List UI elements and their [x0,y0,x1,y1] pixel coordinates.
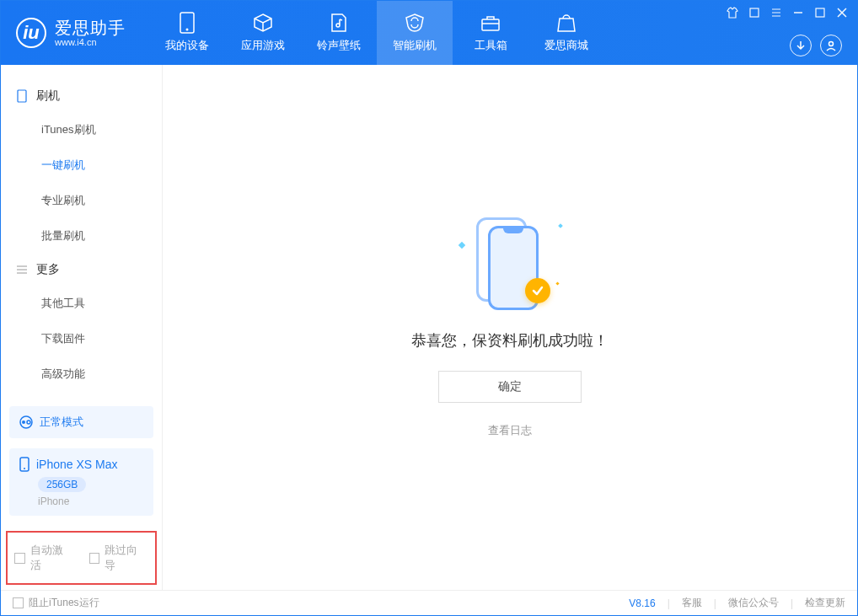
checkbox-icon [14,553,25,564]
music-file-icon [329,13,349,33]
tab-toolbox[interactable]: 工具箱 [453,1,528,65]
cube-icon [253,13,273,33]
svg-point-9 [27,420,30,424]
app-subtitle: www.i4.cn [55,37,126,47]
view-log-link[interactable]: 查看日志 [488,423,532,438]
device-icon [177,13,197,33]
success-illustration [476,217,544,310]
footer: 阻止iTunes运行 V8.16 | 客服 | 微信公众号 | 检查更新 [1,590,857,615]
tab-my-device[interactable]: 我的设备 [149,1,225,65]
ok-button[interactable]: 确定 [438,371,582,403]
checkbox-icon [13,597,24,608]
phone-icon [16,90,28,102]
logo-text: 爱思助手 www.i4.cn [55,19,126,47]
shirt-icon[interactable] [726,6,739,19]
header: iu 爱思助手 www.i4.cn 我的设备 应用游戏 [1,1,857,65]
footer-link-wechat[interactable]: 微信公众号 [728,596,779,610]
device-name: iPhone XS Max [36,458,118,471]
app-window: iu 爱思助手 www.i4.cn 我的设备 应用游戏 [0,0,858,616]
refresh-shield-icon [405,13,425,33]
svg-rect-6 [18,90,26,102]
sidebar: 刷机 iTunes刷机 一键刷机 专业刷机 批量刷机 更多 其他工具 下载固件 … [1,65,163,590]
sidebar-item-oneclick-flash[interactable]: 一键刷机 [1,147,162,183]
tab-smart-flash[interactable]: 智能刷机 [377,1,453,65]
sidebar-item-other-tools[interactable]: 其他工具 [1,286,162,321]
mode-card[interactable]: 正常模式 [9,406,153,438]
device-icon [19,457,29,472]
minimize-icon[interactable] [791,6,805,19]
checkbox-auto-activate[interactable]: 自动激活 [14,543,74,573]
download-button[interactable] [790,35,812,56]
body: 刷机 iTunes刷机 一键刷机 专业刷机 批量刷机 更多 其他工具 下载固件 … [1,65,857,590]
menu-icon[interactable] [770,6,783,19]
main-tabs: 我的设备 应用游戏 铃声壁纸 智能刷机 [149,1,604,65]
sidebar-item-advanced[interactable]: 高级功能 [1,356,162,392]
toolbox-icon [480,13,501,33]
svg-point-5 [829,42,834,46]
section-flash: 刷机 [1,80,162,112]
window-controls [726,6,849,19]
main-panel: 恭喜您，保资料刷机成功啦！ 确定 查看日志 [163,65,857,590]
header-actions [790,35,842,56]
success-message: 恭喜您，保资料刷机成功啦！ [411,330,609,351]
footer-link-update[interactable]: 检查更新 [805,596,845,610]
svg-rect-4 [816,8,824,17]
svg-point-8 [22,420,25,424]
footer-link-support[interactable]: 客服 [682,596,702,610]
device-capacity: 256GB [38,477,86,492]
checkbox-icon [89,553,100,564]
logo-icon: iu [16,18,46,48]
svg-point-1 [186,29,189,31]
pin-icon[interactable] [748,6,761,19]
list-icon [16,264,28,276]
device-card[interactable]: iPhone XS Max 256GB iPhone [9,448,153,516]
section-more: 更多 [1,254,162,286]
mode-label: 正常模式 [40,415,83,430]
maximize-icon[interactable] [813,6,827,19]
version-label: V8.16 [629,597,655,609]
tab-store[interactable]: 爱思商城 [528,1,604,65]
check-icon [525,278,550,303]
bag-icon [556,13,576,33]
checkbox-skip-wizard[interactable]: 跳过向导 [89,543,149,573]
sidebar-item-pro-flash[interactable]: 专业刷机 [1,183,162,218]
svg-rect-3 [750,8,759,17]
user-button[interactable] [820,35,842,56]
sidebar-item-itunes-flash[interactable]: iTunes刷机 [1,112,162,147]
tab-apps-games[interactable]: 应用游戏 [225,1,301,65]
app-title: 爱思助手 [55,19,126,37]
sidebar-item-batch-flash[interactable]: 批量刷机 [1,218,162,254]
mode-icon [19,415,33,429]
logo: iu 爱思助手 www.i4.cn [1,18,141,48]
svg-point-11 [24,468,25,469]
svg-rect-2 [482,19,499,30]
sidebar-item-download-firmware[interactable]: 下载固件 [1,321,162,356]
close-icon[interactable] [835,6,849,19]
checkbox-stop-itunes[interactable]: 阻止iTunes运行 [13,596,99,610]
device-type: iPhone [38,495,143,507]
checks-highlight: 自动激活 跳过向导 [6,531,157,585]
tab-ringtone-wallpaper[interactable]: 铃声壁纸 [301,1,377,65]
